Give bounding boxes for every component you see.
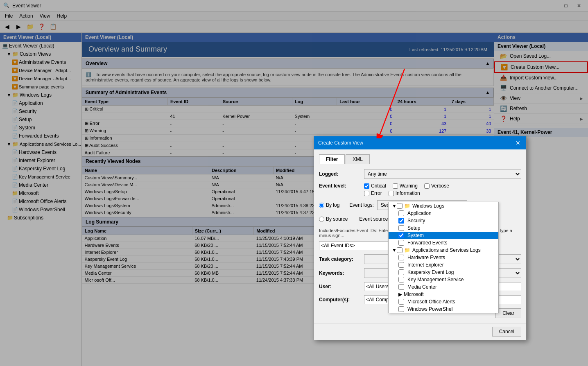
event-sources-label: Event sources: — [359, 216, 391, 222]
dt-application[interactable]: Application — [389, 210, 498, 217]
logged-select[interactable]: Any time — [364, 169, 521, 179]
modal-close-button[interactable]: ✕ — [514, 139, 522, 147]
event-level-checkboxes: Critical Warning Verbose Error — [364, 183, 449, 196]
tab-row: Filter XML — [319, 154, 521, 164]
dt-setup[interactable]: Setup — [389, 224, 498, 232]
clear-button[interactable]: Clear — [495, 308, 521, 318]
checkbox-warning[interactable]: Warning — [393, 183, 418, 189]
dt-key-mgmt[interactable]: Key Management Service — [389, 276, 498, 283]
checkbox-error[interactable]: Error — [364, 190, 382, 196]
tab-filter[interactable]: Filter — [319, 154, 345, 164]
dt-checkbox-mso[interactable] — [398, 299, 404, 305]
event-level-label: Event level: — [319, 183, 364, 189]
dt-checkbox-application[interactable] — [398, 210, 404, 216]
dt-windows-powershell[interactable]: Windows PowerShell — [389, 305, 498, 313]
modal-titlebar: Create Custom View ✕ — [314, 136, 526, 149]
dt-media-center[interactable]: Media Center — [389, 283, 498, 291]
dt-checkbox-km[interactable] — [398, 277, 404, 282]
radio-by-log[interactable]: By log — [319, 202, 339, 208]
dt-checkbox-ps[interactable] — [398, 306, 404, 312]
dt-checkbox-app-services[interactable] — [397, 247, 403, 253]
event-logs-label: Event logs: — [349, 202, 373, 208]
modal-footer: Cancel — [314, 323, 526, 340]
dt-internet-explorer[interactable]: Internet Explorer — [389, 261, 498, 269]
dt-checkbox-security[interactable] — [398, 218, 404, 224]
dt-checkbox-kas[interactable] — [398, 269, 404, 275]
user-label: User: — [319, 284, 364, 289]
dt-checkbox-mc[interactable] — [398, 284, 404, 290]
dt-checkbox-windows-logs[interactable] — [397, 203, 403, 209]
dt-checkbox-setup[interactable] — [398, 225, 404, 231]
dt-system[interactable]: System — [389, 232, 498, 239]
dt-ms-office-alerts[interactable]: Microsoft Office Alerts — [389, 298, 498, 305]
task-category-label: Task category: — [319, 256, 364, 262]
dt-folder-icon-windows: 📁 — [404, 203, 411, 209]
radio-by-source[interactable]: By source — [319, 216, 348, 222]
dt-checkbox-system[interactable] — [398, 233, 404, 238]
modal-overlay: Create Custom View ✕ Filter XML Logged: … — [0, 0, 588, 366]
event-ids-input[interactable] — [319, 241, 393, 250]
event-level-row: Event level: Critical Warning Verbose — [319, 183, 521, 196]
dt-security[interactable]: Security — [389, 217, 498, 224]
logged-label: Logged: — [319, 171, 364, 177]
logged-control: Any time — [364, 169, 521, 179]
checkbox-information[interactable]: Information — [389, 190, 420, 196]
dt-checkbox-forwarded[interactable] — [398, 240, 404, 246]
checkbox-critical[interactable]: Critical — [364, 183, 386, 189]
tab-xml[interactable]: XML — [346, 154, 370, 164]
checkbox-verbose[interactable]: Verbose — [424, 183, 449, 189]
logged-row: Logged: Any time — [319, 169, 521, 179]
keywords-label: Keywords: — [319, 270, 364, 276]
event-logs-dropdown: ▼ 📁 Windows Logs Application Security Se… — [388, 202, 499, 313]
dt-app-services-logs[interactable]: ▼ 📁 Applications and Services Logs — [389, 246, 498, 254]
dt-forwarded-events[interactable]: Forwarded Events — [389, 239, 498, 246]
modal-title: Create Custom View — [318, 140, 363, 146]
dt-checkbox-hw[interactable] — [398, 255, 404, 260]
dt-kaspersky[interactable]: Kaspersky Event Log — [389, 269, 498, 276]
dt-checkbox-ie[interactable] — [398, 262, 404, 268]
dt-windows-logs[interactable]: ▼ 📁 Windows Logs — [389, 202, 498, 210]
dt-folder-icon-appsvc: 📁 — [404, 247, 411, 253]
cancel-button[interactable]: Cancel — [492, 327, 521, 337]
dt-microsoft[interactable]: ▶ Microsoft — [389, 291, 498, 298]
computer-label: Computer(s): — [319, 297, 364, 303]
dt-hardware-events[interactable]: Hardware Events — [389, 254, 498, 261]
